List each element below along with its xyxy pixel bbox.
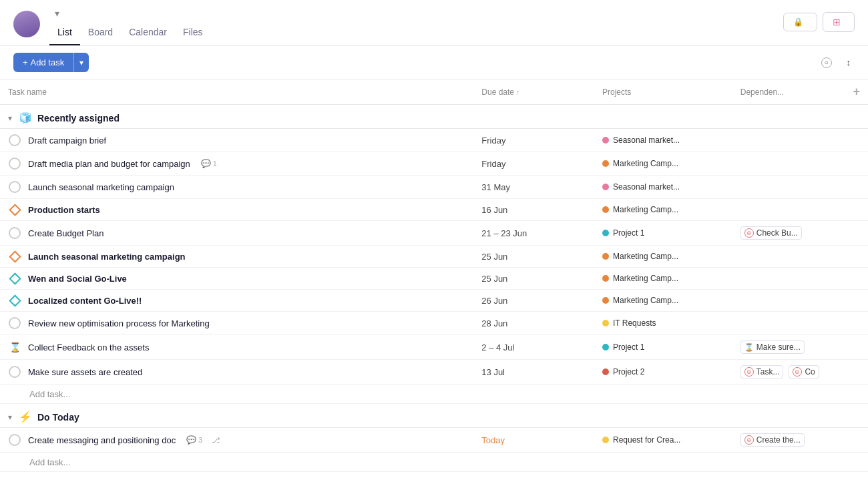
section-collapse-do-today[interactable]: ▾ bbox=[8, 413, 12, 422]
col-header-depends: Dependen... bbox=[732, 79, 845, 105]
add-task-link[interactable]: Add task... bbox=[29, 389, 70, 399]
project-name: Project 1 bbox=[613, 342, 644, 352]
project-badge[interactable]: Marketing Camp... bbox=[602, 205, 724, 214]
task-name-cell: Launch seasonal marketing campaign bbox=[0, 176, 473, 199]
add-task-button[interactable]: + Add task bbox=[13, 53, 73, 72]
task-due-cell: 13 Jul bbox=[473, 360, 594, 385]
task-due-cell: 25 Jun bbox=[473, 268, 594, 290]
task-name-cell: ⌛ Collect Feedback on the assets bbox=[0, 335, 473, 360]
task-depends-cell bbox=[732, 152, 845, 176]
task-add-cell bbox=[845, 199, 868, 221]
project-name: Marketing Camp... bbox=[613, 205, 678, 214]
task-name[interactable]: Wen and Social Go-Live bbox=[28, 274, 127, 284]
task-name[interactable]: Review new optimisation process for Mark… bbox=[28, 318, 210, 328]
task-due-cell: 21 – 23 Jun bbox=[473, 221, 594, 246]
task-name[interactable]: Draft media plan and budget for campaign bbox=[28, 159, 190, 169]
section-collapse-recently-assigned[interactable]: ▾ bbox=[8, 113, 12, 123]
task-icon bbox=[8, 227, 21, 239]
project-badge[interactable]: Project 1 bbox=[602, 342, 724, 352]
task-name[interactable]: Collect Feedback on the assets bbox=[28, 342, 149, 352]
task-due-cell: 26 Jun bbox=[473, 290, 594, 312]
task-name[interactable]: Localized content Go-Live!! bbox=[28, 296, 142, 306]
due-date: Friday bbox=[481, 159, 505, 169]
col-header-due[interactable]: Due date ↑ bbox=[473, 79, 594, 105]
table-row[interactable]: Make sure assets are created 13 Jul Proj… bbox=[0, 360, 868, 385]
tab-list[interactable]: List bbox=[49, 23, 80, 45]
dependency-badge: ⌛ Make sure... bbox=[740, 340, 805, 354]
task-project-cell: Request for Crea... bbox=[594, 428, 732, 453]
task-add-cell bbox=[845, 268, 868, 290]
task-name-cell: Create messaging and positioning doc 💬 3… bbox=[0, 428, 473, 453]
add-task-link[interactable]: Add task... bbox=[29, 457, 70, 467]
project-badge[interactable]: Project 1 bbox=[602, 228, 724, 238]
task-project-cell: Marketing Camp... bbox=[594, 268, 732, 290]
add-task-dropdown-button[interactable]: ▾ bbox=[73, 53, 89, 72]
project-badge[interactable]: Seasonal market... bbox=[602, 136, 724, 145]
task-due-cell: 28 Jun bbox=[473, 312, 594, 335]
task-due-cell: 31 May bbox=[473, 176, 594, 199]
table-row[interactable]: Launch seasonal marketing campaign 31 Ma… bbox=[0, 176, 868, 199]
table-row[interactable]: Wen and Social Go-Live 25 Jun Marketing … bbox=[0, 268, 868, 290]
task-icon bbox=[8, 158, 21, 170]
due-date: Friday bbox=[481, 136, 505, 146]
task-project-cell: Seasonal market... bbox=[594, 129, 732, 152]
task-due-cell: Friday bbox=[473, 129, 594, 152]
table-header-row: Task name Due date ↑ Projects Dependen..… bbox=[0, 79, 868, 105]
dependency-badge: ⊖ Task... bbox=[740, 365, 784, 379]
app-container: ▾ List Board Calendar Files 🔒 ⊞ bbox=[0, 0, 868, 472]
table-row[interactable]: Create Budget Plan 21 – 23 Jun Project 1… bbox=[0, 221, 868, 246]
section-label-recently-assigned: Recently assigned bbox=[37, 113, 120, 124]
task-add-cell bbox=[845, 428, 868, 453]
project-badge[interactable]: Request for Crea... bbox=[602, 435, 724, 445]
table-row[interactable]: Production starts 16 Jun Marketing Camp.… bbox=[0, 199, 868, 221]
tab-board[interactable]: Board bbox=[80, 23, 121, 45]
task-add-cell bbox=[845, 129, 868, 152]
task-name[interactable]: Draft campaign brief bbox=[28, 136, 106, 146]
task-name[interactable]: Create Budget Plan bbox=[28, 228, 103, 238]
project-dot bbox=[602, 369, 609, 375]
task-name[interactable]: Launch seasonal marketing campaign bbox=[28, 252, 186, 262]
project-dot bbox=[602, 137, 609, 144]
table-row[interactable]: Launch seasonal marketing campaign 25 Ju… bbox=[0, 246, 868, 268]
customize-button[interactable]: ⊞ bbox=[823, 12, 855, 32]
project-name: Marketing Camp... bbox=[613, 274, 678, 283]
project-badge[interactable]: Project 2 bbox=[602, 367, 724, 377]
due-date: 26 Jun bbox=[481, 296, 507, 306]
avatar[interactable] bbox=[13, 11, 40, 37]
dependency-badge: ⊖ Check Bu... bbox=[740, 226, 802, 240]
task-name[interactable]: Launch seasonal marketing campaign bbox=[28, 182, 174, 192]
sort-button[interactable]: ↕ bbox=[847, 57, 855, 67]
project-badge[interactable]: IT Requests bbox=[602, 318, 724, 328]
project-name: Project 2 bbox=[613, 367, 644, 377]
project-badge[interactable]: Marketing Camp... bbox=[602, 296, 724, 305]
project-badge[interactable]: Marketing Camp... bbox=[602, 274, 724, 283]
task-name[interactable]: Create messaging and positioning doc bbox=[28, 435, 176, 445]
project-badge[interactable]: Seasonal market... bbox=[602, 182, 724, 192]
filter-icon: ○ bbox=[821, 57, 832, 68]
title-dropdown-icon[interactable]: ▾ bbox=[55, 8, 59, 19]
table-row[interactable]: ⌛ Collect Feedback on the assets 2 – 4 J… bbox=[0, 335, 868, 360]
table-row[interactable]: Draft campaign brief Friday Seasonal mar… bbox=[0, 129, 868, 152]
task-name-cell: Launch seasonal marketing campaign bbox=[0, 246, 473, 268]
table-row[interactable]: Draft media plan and budget for campaign… bbox=[0, 152, 868, 176]
task-due-cell: 16 Jun bbox=[473, 199, 594, 221]
task-depends-cell bbox=[732, 176, 845, 199]
table-row[interactable]: Create messaging and positioning doc 💬 3… bbox=[0, 428, 868, 453]
task-name[interactable]: Make sure assets are created bbox=[28, 367, 142, 377]
task-add-cell bbox=[845, 290, 868, 312]
share-button[interactable]: 🔒 bbox=[783, 13, 817, 31]
comment-badge: 💬 1 bbox=[201, 159, 217, 168]
due-date: 25 Jun bbox=[481, 274, 507, 284]
task-name[interactable]: Production starts bbox=[28, 205, 100, 215]
due-date: 28 Jun bbox=[481, 318, 507, 328]
tab-calendar[interactable]: Calendar bbox=[121, 23, 175, 45]
table-row[interactable]: Review new optimisation process for Mark… bbox=[0, 312, 868, 335]
section-row-do-today: ▾ ⚡ Do Today bbox=[0, 404, 868, 428]
task-name-cell: Make sure assets are created bbox=[0, 360, 473, 385]
col-header-add[interactable]: + bbox=[845, 79, 868, 105]
table-row[interactable]: Localized content Go-Live!! 26 Jun Marke… bbox=[0, 290, 868, 312]
project-badge[interactable]: Marketing Camp... bbox=[602, 252, 724, 261]
project-badge[interactable]: Marketing Camp... bbox=[602, 159, 724, 168]
tab-files[interactable]: Files bbox=[175, 23, 211, 45]
filter-button[interactable]: ○ bbox=[821, 57, 836, 68]
